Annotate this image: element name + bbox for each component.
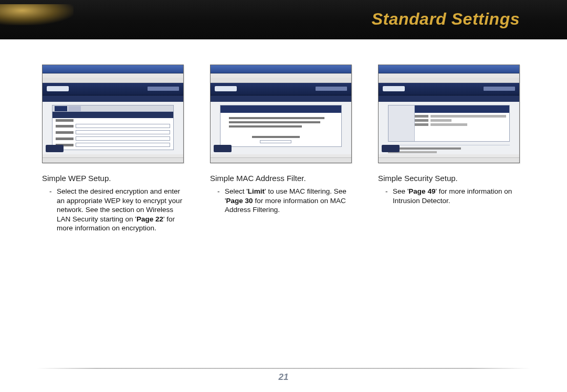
bullet-item: Select the desired encryption and enter … bbox=[49, 187, 189, 233]
panel-header-strip bbox=[220, 105, 341, 113]
page-content: Simple WEP Setup. Select the desired enc… bbox=[0, 39, 567, 233]
footer-rule bbox=[37, 368, 530, 369]
bullet-item: Select 'Limit' to use MAC filtering. See… bbox=[217, 187, 357, 215]
form-row bbox=[52, 118, 173, 123]
back-button bbox=[214, 145, 232, 152]
header-right-text bbox=[148, 87, 179, 91]
back-button bbox=[382, 145, 400, 152]
form-panel bbox=[52, 105, 174, 150]
sub-header bbox=[211, 96, 351, 102]
page-number: 21 bbox=[0, 372, 567, 383]
window-menubar bbox=[211, 73, 351, 78]
panel-header-strip bbox=[52, 112, 173, 118]
settings-panel bbox=[388, 105, 510, 142]
column-mac: Simple MAC Address Filter. Select 'Limit… bbox=[210, 65, 357, 233]
window-titlebar bbox=[43, 65, 183, 73]
app-header bbox=[43, 83, 183, 96]
app-header bbox=[211, 83, 351, 96]
header-right-text bbox=[316, 87, 347, 91]
page-title: Standard Settings bbox=[372, 9, 520, 29]
bullet-list: Select the desired encryption and enter … bbox=[42, 187, 189, 233]
window-titlebar bbox=[211, 65, 351, 73]
bullet-list: See 'Page 49' for more information on In… bbox=[378, 187, 525, 205]
window-toolbar bbox=[379, 78, 519, 83]
screenshot-security bbox=[378, 65, 520, 163]
page-header-band: Standard Settings bbox=[0, 0, 567, 39]
panel-header-strip bbox=[415, 105, 509, 113]
panel-sidebar bbox=[388, 105, 415, 141]
section-heading-wep: Simple WEP Setup. bbox=[42, 174, 189, 183]
info-panel bbox=[220, 105, 342, 147]
window-toolbar bbox=[43, 78, 183, 83]
window-menubar bbox=[379, 73, 519, 78]
back-button bbox=[46, 145, 64, 152]
logo-icon bbox=[47, 86, 69, 91]
tab-active bbox=[55, 106, 67, 111]
form-row bbox=[52, 135, 173, 142]
app-body bbox=[379, 102, 519, 154]
bullet-item: See 'Page 49' for more information on In… bbox=[385, 187, 525, 205]
window-titlebar bbox=[379, 65, 519, 73]
logo-icon bbox=[383, 86, 405, 91]
status-bar bbox=[211, 157, 351, 163]
form-row bbox=[52, 129, 173, 135]
column-wep: Simple WEP Setup. Select the desired enc… bbox=[42, 65, 189, 233]
column-security: Simple Security Setup. See 'Page 49' for… bbox=[378, 65, 525, 233]
window-menubar bbox=[43, 73, 183, 78]
form-row bbox=[52, 142, 173, 148]
tab bbox=[68, 106, 81, 111]
window-toolbar bbox=[211, 78, 351, 83]
tab-bar bbox=[52, 105, 173, 112]
screenshot-mac bbox=[210, 65, 352, 163]
section-heading-security: Simple Security Setup. bbox=[378, 174, 525, 183]
header-right-text bbox=[484, 87, 515, 91]
status-bar bbox=[43, 157, 183, 163]
sub-header bbox=[379, 96, 519, 102]
sub-header bbox=[43, 96, 183, 102]
app-body bbox=[43, 102, 183, 154]
section-heading-mac: Simple MAC Address Filter. bbox=[210, 174, 357, 183]
status-bar bbox=[379, 157, 519, 163]
app-header bbox=[379, 83, 519, 96]
screenshot-wep bbox=[42, 65, 184, 163]
app-body bbox=[211, 102, 351, 154]
bullet-list: Select 'Limit' to use MAC filtering. See… bbox=[210, 187, 357, 215]
lower-text bbox=[388, 145, 510, 154]
form-row bbox=[52, 123, 173, 129]
logo-icon bbox=[215, 86, 237, 91]
